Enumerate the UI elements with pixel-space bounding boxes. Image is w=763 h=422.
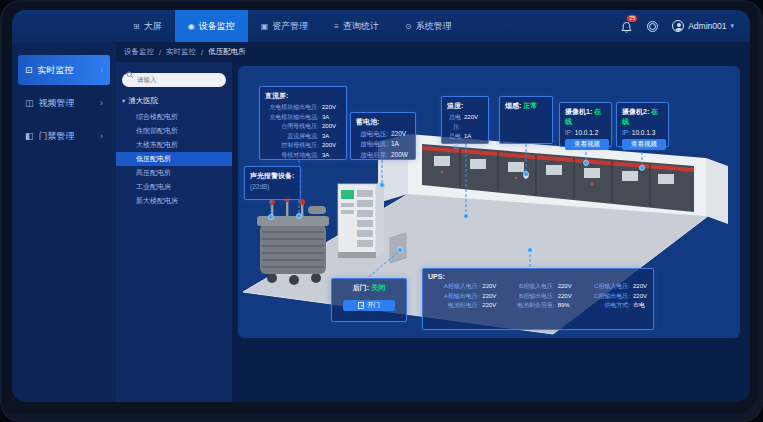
transformer <box>257 196 329 285</box>
panel-title: 摄像机1: 在线 <box>565 107 606 127</box>
username: Admin001 <box>688 21 726 31</box>
settings-ring-icon[interactable] <box>647 21 658 32</box>
nav-item-system-management[interactable]: ⊙ 系统管理 <box>392 10 465 42</box>
search-icon <box>126 71 134 79</box>
sidebar-item-label: 门禁管理 <box>39 130 75 143</box>
metric-row: 放电电流:1A <box>356 139 410 149</box>
notification-badge: 25 <box>627 15 637 22</box>
metric-row: 充电模块输出电流:3A <box>265 113 341 123</box>
metric-row: B相输出电压:220V <box>503 292 572 302</box>
metric-row: 合闸母线电压:200V <box>265 122 341 132</box>
breadcrumb-item[interactable]: 设备监控 <box>124 47 154 57</box>
notification-bell-icon[interactable]: 25 <box>620 20 633 33</box>
panel-title: 后门: 关闭 <box>337 283 401 293</box>
realtime-monitor-icon: ⊡ <box>25 65 33 75</box>
metric-row: 放电电压:220V <box>356 129 410 139</box>
asset-icon: ▣ <box>261 22 269 31</box>
metric-row: 母线对地电流:3A <box>265 151 341 161</box>
topnav-right: 25 Admin001 ▾ <box>620 10 750 42</box>
panel-dc-screen: 直流屏: 充电模块输出电压:220V 充电模块输出电流:3A 合闸母线电压:20… <box>259 86 347 160</box>
nav-item-device-monitor[interactable]: ◉ 设备监控 <box>175 10 248 42</box>
panel-smoke-sensor: 烟感: 正常 <box>499 96 553 144</box>
metric-row: 电池剩余容量:89% <box>503 301 572 311</box>
left-sidebar: ⊡ 实时监控 › ◫ 视频管理 › ◧ 门禁管理 › <box>12 42 116 402</box>
chevron-right-icon: › <box>100 65 103 75</box>
monitor-icon: ◉ <box>188 22 195 31</box>
tree-item-station[interactable]: 大楼东配电所 <box>122 138 226 152</box>
user-avatar <box>672 20 684 32</box>
panel-ups: UPS: A相输入电压:220V B相输入电压:220V C相输入电压:220V… <box>422 268 654 330</box>
breadcrumb-item[interactable]: 低压配电所 <box>208 47 246 57</box>
nav-item-bigscreen[interactable]: ⊞ 大屏 <box>120 10 175 42</box>
view-video-button[interactable]: 查看视频 <box>622 139 666 150</box>
metric-row: A相输入电压:220V <box>428 282 497 292</box>
nav-label: 系统管理 <box>416 20 452 33</box>
sidebar-item-realtime-monitor[interactable]: ⊡ 实时监控 › <box>18 55 110 85</box>
breadcrumb-item[interactable]: 实时监控 <box>166 47 196 57</box>
alarm-value: (22dB) <box>250 183 295 190</box>
tree-item-station[interactable]: 工业配电房 <box>122 180 226 194</box>
sidebar-item-video-management[interactable]: ◫ 视频管理 › <box>18 88 110 118</box>
panel-title: 温度: <box>447 101 483 111</box>
nav-item-query-statistics[interactable]: ≡ 查询统计 <box>321 10 392 42</box>
monitoring-stage: 直流屏: 充电模块输出电压:220V 充电模块输出电流:3A 合闸母线电压:20… <box>238 66 740 338</box>
chevron-right-icon: › <box>100 98 103 108</box>
panel-title: 烟感: 正常 <box>505 101 547 111</box>
system-icon: ⊙ <box>405 22 412 31</box>
panel-title: 声光报警设备: <box>250 171 295 181</box>
metric-row: 总电压:220V <box>447 113 483 132</box>
metric-row: 总电流:1A <box>447 132 483 151</box>
panel-title: 蓄电池: <box>356 117 410 127</box>
user-menu[interactable]: Admin001 ▾ <box>672 20 734 32</box>
breadcrumb: 设备监控 / 实时监控 / 低压配电所 <box>116 42 750 62</box>
metric-row: 放电容量:200W <box>356 150 410 160</box>
app-window: ⊞ 大屏 ◉ 设备监控 ▣ 资产管理 ≡ 查询统计 ⊙ 系统管理 25 <box>12 10 750 402</box>
panel-title: UPS: <box>428 273 648 280</box>
open-door-button[interactable]: 开门 <box>343 300 395 311</box>
tree-item-station[interactable]: 高压配电所 <box>122 166 226 180</box>
bigscreen-icon: ⊞ <box>133 22 140 31</box>
tree-root-label: 浦大医院 <box>128 96 158 105</box>
tree-item-station[interactable]: 新大楼配电房 <box>122 194 226 208</box>
panel-temperature: 温度: 总电压:220V 总电流:1A <box>441 96 489 144</box>
video-icon: ◫ <box>25 98 34 108</box>
dc-cabinet <box>338 180 384 258</box>
door-access-icon: ◧ <box>25 131 34 141</box>
panel-camera-1: 摄像机1: 在线 IP: 10.0.1.2 查看视频 <box>559 102 612 147</box>
nav-label: 资产管理 <box>272 20 308 33</box>
tree-root-node[interactable]: ▾浦大医院 <box>122 96 226 106</box>
panel-title: 摄像机2: 在线 <box>622 107 663 127</box>
device-frame: ⊞ 大屏 ◉ 设备监控 ▣ 资产管理 ≡ 查询统计 ⊙ 系统管理 25 <box>0 0 763 422</box>
ip-row: IP: 10.0.1.2 <box>565 129 606 136</box>
statistics-icon: ≡ <box>334 22 339 31</box>
tree-item-station[interactable]: 住院部配电所 <box>122 124 226 138</box>
tree-search-input[interactable] <box>122 73 226 87</box>
door-open-icon <box>358 302 364 309</box>
panel-camera-2: 摄像机2: 在线 IP: 10.0.1.3 查看视频 <box>616 102 669 147</box>
panel-title: 直流屏: <box>265 91 341 101</box>
metric-row: 供电方式:市电 <box>579 301 648 311</box>
status-badge: 正常 <box>523 102 537 109</box>
chevron-right-icon: › <box>100 131 103 141</box>
panel-sound-light-alarm: 声光报警设备: (22dB) <box>244 166 301 200</box>
sidebar-item-access-control[interactable]: ◧ 门禁管理 › <box>18 121 110 151</box>
tree-item-station[interactable]: 综合楼配电所 <box>122 110 226 124</box>
nav-label: 大屏 <box>144 20 162 33</box>
ups-metrics-grid: A相输入电压:220V B相输入电压:220V C相输入电压:220V A相输出… <box>428 282 648 311</box>
ip-row: IP: 10.0.1.3 <box>622 129 663 136</box>
panel-battery: 蓄电池: 放电电压:220V 放电电流:1A 放电容量:200W <box>350 112 416 160</box>
top-navigation: ⊞ 大屏 ◉ 设备监控 ▣ 资产管理 ≡ 查询统计 ⊙ 系统管理 25 <box>12 10 750 42</box>
metric-row: A相输出电压:220V <box>428 292 497 302</box>
metric-row: 电池组电压:220V <box>428 301 497 311</box>
metric-row: 直流屏电流:3A <box>265 132 341 142</box>
metric-row: B相输入电压:220V <box>503 282 572 292</box>
panel-back-door: 后门: 关闭 开门 <box>331 278 407 322</box>
metric-row: C相输入电压:220V <box>579 282 648 292</box>
nav-item-asset-management[interactable]: ▣ 资产管理 <box>248 10 322 42</box>
tree-item-station-selected[interactable]: 低压配电所 <box>116 152 232 166</box>
metric-row: 控制母线电压:200V <box>265 141 341 151</box>
chevron-down-icon: ▾ <box>730 22 734 30</box>
view-video-button[interactable]: 查看视频 <box>565 139 609 150</box>
nav-label: 设备监控 <box>199 20 235 33</box>
nav-label: 查询统计 <box>343 20 379 33</box>
